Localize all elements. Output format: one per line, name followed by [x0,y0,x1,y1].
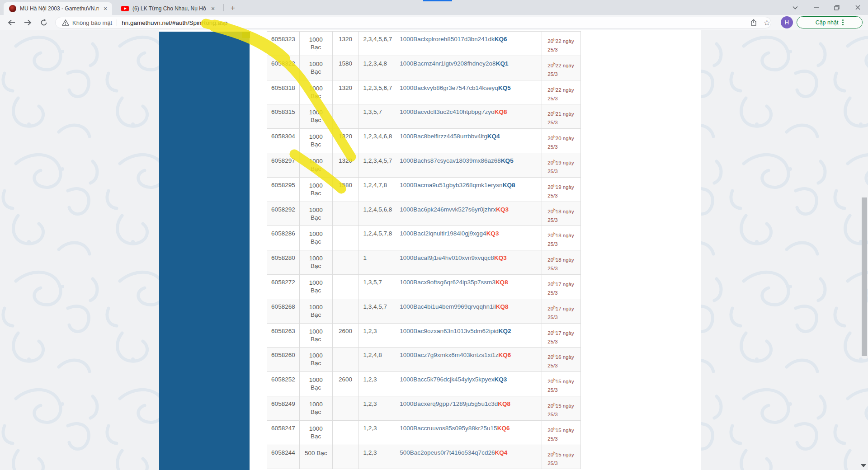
spin-history-table: 6058323 1000 Bạc 1320 2,3,4,5,6,7 1000Ba… [267,31,581,469]
result-link[interactable]: KQ5 [501,157,514,164]
result-link[interactable]: KQ5 [498,85,511,91]
spin-code: 1000Bacaf9j1ie4hv010xvn9xvqqc8 [400,254,494,261]
result-link[interactable]: KQ3 [496,206,509,213]
spin-code: 1000Bacxerq9gpp71289ju5g5u1c3d [400,400,498,407]
address-bar[interactable]: Không bảo mật hn.gamethuvn.net/#auth/Spi… [55,17,771,28]
cell-transaction-id: 6058280 [267,250,300,274]
cell-transaction-id: 6058304 [267,129,300,153]
tab-search-chevron-icon[interactable] [785,0,806,15]
result-link[interactable]: KQ8 [496,303,509,310]
cell-chosen-numbers: 1,2,3 [359,396,394,420]
spin-code: 500Bac2opeus0r7t416o534q7cd26 [400,449,495,456]
result-link[interactable]: KQ4 [487,133,500,140]
cell-date: 25/3 [547,290,580,296]
scrollbar-thumb[interactable] [862,197,867,356]
more-vert-icon[interactable] [842,19,844,25]
browser-toolbar: Không bảo mật hn.gamethuvn.net/#auth/Spi… [0,15,868,30]
cell-transaction-id: 6058263 [267,324,300,348]
result-link[interactable]: KQ1 [496,60,509,67]
result-link[interactable]: KQ3 [495,376,507,383]
cell-transaction-id: 6058260 [267,348,300,371]
cell-date: 25/3 [547,144,580,150]
restore-icon[interactable] [826,0,847,15]
cell-transaction-id: 6058323 [267,32,300,56]
profile-avatar[interactable]: H [781,16,793,28]
tab-mu-hanoi[interactable]: MU Hà Nội 2003 - GamethuVN.n × [4,2,112,15]
cell-transaction-id: 6058272 [267,275,300,299]
result-link[interactable]: KQ8 [498,400,510,407]
cell-spin-code: 1000Baclxplroreh85017d3bn241dkKQ6 [394,32,542,56]
cell-amount: 1000 Bạc [300,80,333,104]
result-link[interactable]: KQ3 [494,254,507,261]
result-link[interactable]: KQ6 [499,352,511,358]
cell-timestamp: 20h15 ngày25/3 [542,372,580,396]
new-tab-button[interactable]: + [227,2,239,14]
table-row: 6058304 1000 Bạc 1320 1,2,3,4,6,8 1000Ba… [267,129,580,153]
cell-timestamp: 20h20 ngày25/3 [542,129,580,153]
top-blue-strip [423,0,452,1]
cell-timestamp: 20h17 ngày25/3 [542,299,580,323]
cell-timestamp: 20h21 ngày25/3 [542,104,580,128]
result-link[interactable]: KQ8 [495,279,508,286]
cell-bet-value: 2600 [333,372,359,396]
cell-bet-value [333,275,359,299]
table-row: 6058244 500 Bạc 1,2,3 500Bac2opeus0r7t41… [267,445,580,470]
result-link[interactable]: KQ6 [495,36,507,42]
cell-spin-code: 1000Bacaf9j1ie4hv010xvn9xvqqc8KQ3 [394,250,542,274]
left-nav-panel [159,32,250,470]
cell-date: 25/3 [547,460,580,466]
cell-timestamp: 20h15 ngày25/3 [542,445,580,469]
table-row: 6058252 1000 Bạc 2600 1,2,3 1000Bacc5k79… [267,372,580,396]
result-link[interactable]: KQ8 [495,108,507,115]
close-icon[interactable] [847,0,868,15]
cell-amount: 1000 Bạc [300,226,333,250]
back-icon[interactable] [5,17,17,28]
table-row: 6058247 1000 Bạc 1,2,3 1000Baccruuvos85s… [267,421,580,445]
cell-spin-code: 1000Baci2lqnultlr1984i0gj9xgg4KQ3 [394,226,542,250]
scrollbar-down-arrow[interactable] [861,464,866,467]
table-row: 6058318 1000 Bạc 1320 1,2,3,5,6,7 1000Ba… [267,80,580,105]
cell-transaction-id: 6058292 [267,202,300,226]
cell-chosen-numbers: 1,2,4,8 [359,348,394,371]
share-icon[interactable] [750,19,757,26]
reload-icon[interactable] [38,17,50,28]
result-link[interactable]: KQ8 [503,182,515,188]
spin-code: 1000Bacz7g9xmkx6m403kntzs1xi1z [400,352,498,358]
cell-spin-code: 1000Bacz7g9xmkx6m403kntzs1xi1zKQ6 [394,348,542,371]
security-chip[interactable]: Không bảo mật [62,19,112,26]
url-text: hn.gamethuvn.net/#auth/SpinRong.asp [122,19,227,26]
table-row: 6058260 1000 Bạc 1,2,4,8 1000Bacz7g9xmkx… [267,348,580,372]
cell-bet-value [333,396,359,420]
cell-amount: 1000 Bạc [300,396,333,420]
security-label: Không bảo mật [72,19,112,26]
cell-timestamp: 20h17 ngày25/3 [542,275,580,299]
cell-date: 25/3 [547,95,580,102]
cell-spin-code: 1000Bac8belfirzz4458urrbbv4ltgKQ4 [394,129,542,153]
tab-title: (6) LK Từng Cho Nhau, Nụ Hồng [132,5,206,12]
result-link[interactable]: KQ6 [497,425,510,432]
result-link[interactable]: KQ3 [486,230,499,237]
cell-amount: 1000 Bạc [300,348,333,371]
cell-chosen-numbers: 1,3,5,7 [359,104,394,128]
tab-close-icon[interactable]: × [101,5,109,13]
window-controls [785,0,868,15]
result-link[interactable]: KQ4 [495,449,507,456]
cell-date: 25/3 [547,362,580,369]
table-row: 6058280 1000 Bạc 1 1000Bacaf9j1ie4hv010x… [267,250,580,275]
cell-transaction-id: 6058247 [267,421,300,445]
bookmark-star-icon[interactable]: ☆ [764,19,770,27]
tab-youtube[interactable]: (6) LK Từng Cho Nhau, Nụ Hồng × [116,2,220,15]
cell-amount: 1000 Bạc [300,275,333,299]
result-link[interactable]: KQ2 [499,328,511,334]
forward-icon[interactable] [22,17,33,28]
minimize-icon[interactable] [806,0,826,15]
table-row: 6058323 1000 Bạc 1320 2,3,4,5,6,7 1000Ba… [267,32,580,56]
cell-spin-code: 1000Bacvdclt3uc2c410htpbpg7zyoKQ8 [394,104,542,128]
tab-close-icon[interactable]: × [209,5,217,13]
cell-chosen-numbers: 1,2,4,7,8 [359,178,394,202]
cell-timestamp: 20h18 ngày25/3 [542,226,580,250]
update-button[interactable]: Cập nhật [797,16,863,28]
cell-date: 25/3 [547,387,580,393]
spin-code: 1000Bac6pk246mvvk527s6yr0jzhrx [400,206,496,213]
cell-timestamp: 20h22 ngày25/3 [542,80,580,104]
